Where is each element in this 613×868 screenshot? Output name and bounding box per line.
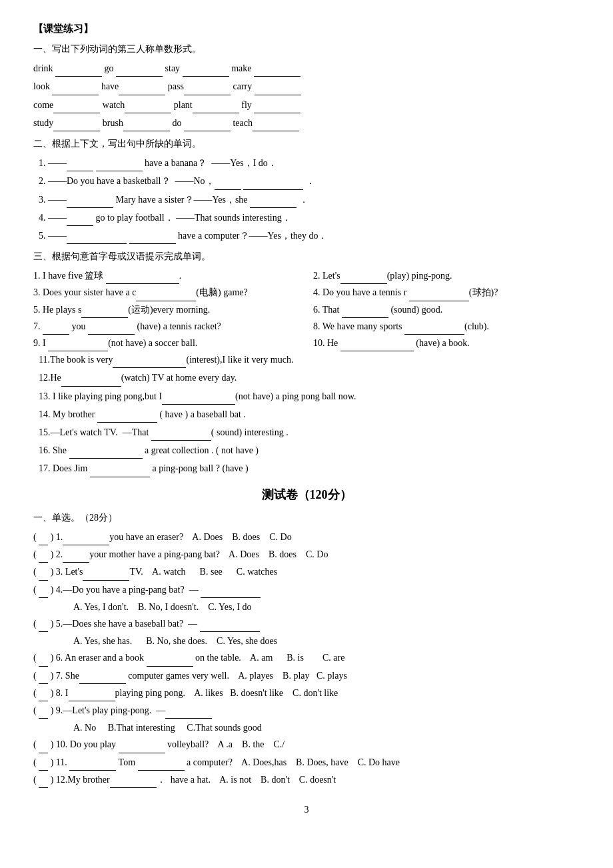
blank xyxy=(125,101,171,113)
blank xyxy=(409,289,469,301)
blank xyxy=(183,65,229,77)
blank xyxy=(53,119,100,131)
blank xyxy=(151,429,211,441)
blank xyxy=(113,356,186,368)
blank xyxy=(119,83,165,95)
blank xyxy=(404,323,464,335)
blank xyxy=(116,65,163,77)
test-mc-content: ( ) 1.you have an eraser? A. Does B. doe… xyxy=(33,529,580,788)
blank xyxy=(254,65,301,77)
blank xyxy=(81,306,128,318)
blank xyxy=(215,178,241,190)
blank xyxy=(67,214,93,226)
blank xyxy=(340,272,387,284)
blank xyxy=(79,672,126,684)
blank xyxy=(90,465,150,477)
blank xyxy=(165,707,212,719)
blank xyxy=(119,741,165,753)
blank xyxy=(63,533,109,545)
section2-title: 二、根据上下文，写出句中所缺的单词。 xyxy=(33,135,580,152)
blank xyxy=(106,272,179,284)
blank xyxy=(61,375,121,387)
test-title: 测试卷（120分） xyxy=(33,484,580,505)
blank xyxy=(254,101,301,113)
blank xyxy=(83,569,129,581)
blank xyxy=(193,101,239,113)
answer-blank xyxy=(39,586,48,598)
blank xyxy=(253,119,299,131)
blank xyxy=(53,101,100,113)
blank xyxy=(55,65,102,77)
blank xyxy=(136,289,196,301)
blank xyxy=(67,159,93,171)
blank xyxy=(340,339,414,351)
answer-blank xyxy=(39,551,48,563)
blank xyxy=(69,759,116,771)
section2-content: 1. —— have a banana？ ——Yes，I do． 2. ——Do… xyxy=(33,155,580,244)
blank xyxy=(123,119,170,131)
blank xyxy=(129,232,176,244)
answer-blank xyxy=(39,620,48,632)
answer-blank xyxy=(39,707,48,719)
page-title: 【课堂练习】 xyxy=(33,20,580,38)
answer-blank xyxy=(39,741,48,753)
blank xyxy=(67,196,113,208)
blank xyxy=(110,776,157,788)
blank xyxy=(52,83,99,95)
blank xyxy=(67,232,127,244)
blank xyxy=(243,178,303,190)
blank xyxy=(162,393,235,405)
blank xyxy=(201,586,261,598)
blank xyxy=(255,83,301,95)
main-content: 【课堂练习】 一、写出下列动词的第三人称单数形式。 drink go stay … xyxy=(33,20,580,818)
answer-blank xyxy=(39,569,48,581)
section1-title: 一、写出下列动词的第三人称单数形式。 xyxy=(33,41,580,57)
answer-blank xyxy=(39,759,48,771)
answer-blank xyxy=(39,655,48,667)
blank xyxy=(342,306,388,318)
blank xyxy=(69,689,115,701)
section1-content: drink go stay make look have pass carry … xyxy=(33,60,580,131)
answer-blank xyxy=(39,776,48,788)
blank xyxy=(69,447,143,459)
blank xyxy=(184,83,231,95)
blank xyxy=(250,196,297,208)
answer-blank xyxy=(39,672,48,684)
answer-blank xyxy=(39,533,48,545)
blank xyxy=(88,323,135,335)
test-section1-title: 一、单选。（28分） xyxy=(33,509,580,526)
blank xyxy=(63,551,89,563)
blank xyxy=(184,119,231,131)
blank xyxy=(43,323,69,335)
blank xyxy=(147,655,193,667)
answer-blank xyxy=(39,689,48,701)
section3-content: 1. I have five 篮球 . 2. Let's(play) ping-… xyxy=(33,267,580,477)
page-number: 3 xyxy=(33,801,580,818)
blank xyxy=(200,620,260,632)
blank xyxy=(48,339,108,351)
blank xyxy=(96,159,143,171)
blank xyxy=(97,411,157,423)
blank xyxy=(138,759,185,771)
section3-title: 三、根据句意首字母或汉语提示完成单词。 xyxy=(33,248,580,265)
